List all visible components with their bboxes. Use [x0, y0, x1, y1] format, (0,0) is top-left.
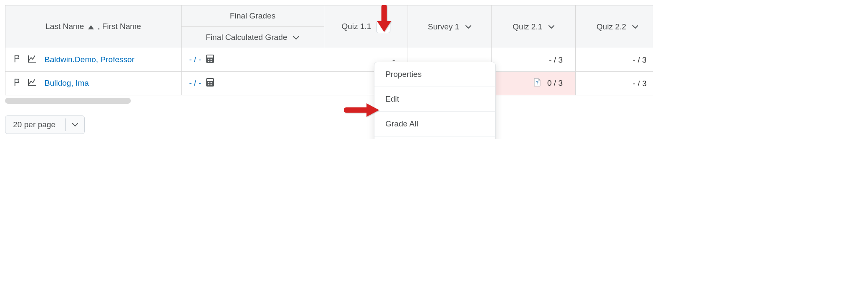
last-name-label: Last Name — [46, 22, 84, 31]
menu-item-properties[interactable]: Properties — [374, 62, 495, 87]
svg-point-14 — [208, 84, 209, 86]
grade-cell-quiz21[interactable]: ? 0 / 3 — [492, 72, 576, 95]
chart-icon[interactable] — [27, 54, 37, 66]
column-actions-menu: Properties Edit Grade All Statistics Eve… — [374, 62, 496, 139]
svg-point-8 — [211, 61, 212, 62]
per-page-select[interactable]: 20 per page — [5, 116, 85, 134]
chevron-down-icon[interactable] — [548, 25, 555, 29]
chevron-down-icon[interactable] — [293, 36, 299, 40]
sort-ascending-icon — [88, 22, 94, 32]
svg-point-7 — [209, 61, 211, 62]
table-row: Baldwin.Demo, Professor - / - - - / 3 - … — [5, 48, 653, 72]
column-header-quiz22[interactable]: Quiz 2.2 — [576, 5, 653, 48]
grades-table: Last Name , First Name Final Grades Quiz… — [5, 5, 653, 95]
svg-point-3 — [208, 59, 209, 60]
svg-point-5 — [211, 59, 212, 60]
column-header-quiz11[interactable]: Quiz 1.1 — [324, 5, 408, 48]
svg-text:?: ? — [535, 80, 538, 85]
flag-icon[interactable] — [13, 78, 22, 89]
svg-point-4 — [209, 59, 211, 60]
grade-cell-quiz22[interactable]: - / 3 — [576, 48, 653, 72]
menu-item-edit[interactable]: Edit — [374, 87, 495, 111]
svg-point-16 — [211, 84, 212, 86]
scrollbar-thumb[interactable] — [5, 98, 131, 104]
student-link[interactable]: Baldwin.Demo, Professor — [44, 55, 134, 64]
table-row: Bulldog, Ima - / - ? - ? 0 / 3 — [5, 72, 653, 95]
chevron-down-icon[interactable] — [632, 25, 639, 29]
first-name-label: , First Name — [98, 22, 141, 31]
svg-point-11 — [208, 82, 209, 84]
calculator-icon — [206, 56, 214, 65]
svg-point-6 — [208, 61, 209, 62]
grade-cell-quiz21[interactable]: - / 3 — [492, 48, 576, 72]
calculator-icon — [206, 80, 214, 89]
menu-item-grade-all[interactable]: Grade All — [374, 111, 495, 136]
svg-point-12 — [209, 82, 211, 84]
horizontal-scrollbar[interactable] — [5, 98, 648, 104]
svg-rect-10 — [207, 79, 213, 81]
final-grade-cell[interactable]: - / - — [182, 48, 324, 72]
svg-point-13 — [211, 82, 212, 84]
final-grade-cell[interactable]: - / - — [182, 72, 324, 95]
flag-icon[interactable] — [13, 54, 22, 66]
per-page-chevron[interactable] — [65, 118, 84, 131]
menu-item-statistics[interactable]: Statistics — [374, 136, 495, 139]
chevron-down-icon[interactable] — [465, 25, 472, 29]
column-header-quiz21[interactable]: Quiz 2.1 — [492, 5, 576, 48]
grade-cell-quiz22[interactable]: - / 3 — [576, 72, 653, 95]
student-link[interactable]: Bulldog, Ima — [44, 79, 89, 87]
svg-rect-2 — [207, 55, 213, 58]
draft-page-icon: ? — [533, 79, 543, 88]
column-header-name[interactable]: Last Name , First Name — [5, 5, 182, 48]
column-header-survey1[interactable]: Survey 1 — [408, 5, 492, 48]
column-header-final-group: Final Grades — [182, 5, 324, 27]
svg-point-15 — [209, 84, 211, 86]
quiz11-menu-button[interactable] — [376, 21, 390, 33]
column-header-final-calc[interactable]: Final Calculated Grade — [182, 27, 324, 48]
chart-icon[interactable] — [27, 78, 37, 89]
svg-marker-0 — [88, 25, 94, 29]
per-page-label: 20 per page — [5, 116, 65, 134]
